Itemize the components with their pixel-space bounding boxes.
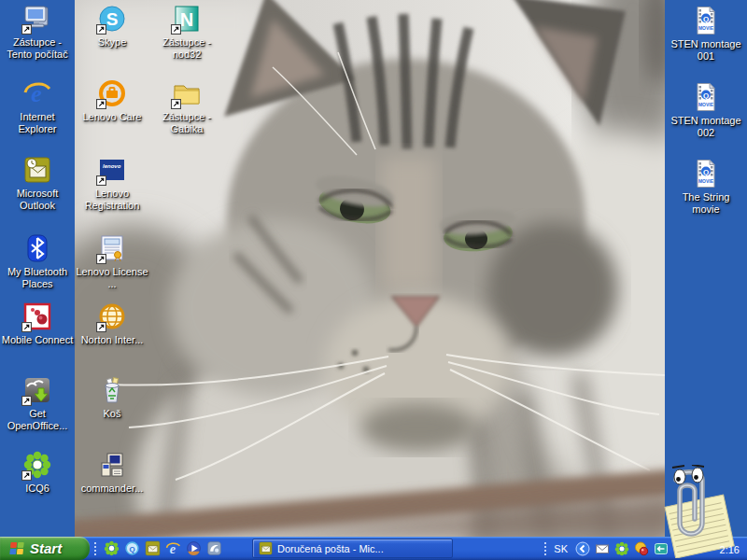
quicktime-movie-icon: Q MOVIE [691, 6, 721, 35]
desktop-icon-label: Koš [75, 408, 149, 420]
desktop-icon-sten-montage-002[interactable]: Q MOVIE STEN montage 002 [669, 82, 743, 140]
svg-text:Q: Q [703, 15, 709, 23]
svg-text:MOVIE: MOVIE [698, 25, 714, 31]
desktop-icon-commander[interactable]: commander... [75, 450, 149, 495]
desktop-icon-icq6[interactable]: ICQ6 [0, 450, 75, 495]
tray-drag-handle[interactable] [543, 541, 547, 556]
desktop-icon-skype[interactable]: S Skype [75, 4, 149, 49]
tray-new-mail[interactable] [594, 540, 610, 556]
svg-text:MOVIE: MOVIE [698, 178, 714, 184]
svg-text:Q: Q [129, 545, 134, 553]
windows-flag-icon [7, 540, 25, 556]
svg-text:MOVIE: MOVIE [698, 102, 714, 107]
desktop-icon-bluetooth-places[interactable]: My Bluetooth Places [0, 233, 75, 291]
desktop: Zástupce - Tento počítač e Internet Expl… [0, 0, 747, 560]
desktop-icon-nod32[interactable]: N Zástupce - nod32 [149, 4, 224, 62]
quicktime-icon: Q [124, 540, 140, 556]
desktop-icon-label: Lenovo Registration [75, 188, 149, 213]
outlook-icon [22, 155, 52, 185]
shortcut-arrow-icon [21, 322, 32, 332]
desktop-icon-label: The String movie [669, 191, 743, 217]
shortcut-arrow-icon [96, 99, 106, 109]
svg-text:Q: Q [703, 91, 709, 100]
taskbar-window-button-dorucena-posta[interactable]: Doručená pošta - Mic... [252, 539, 453, 558]
desktop-icon-label: Get OpenOffice... [0, 408, 75, 433]
desktop-icon-the-string-movie[interactable]: Q MOVIE The String movie [669, 159, 743, 217]
desktop-icon-get-openoffice[interactable]: Get OpenOffice... [0, 375, 75, 433]
bluetooth-icon [22, 233, 52, 263]
quicklaunch-msn-explorer[interactable] [204, 539, 224, 559]
desktop-icon-label: Lenovo License ... [75, 266, 149, 291]
recycle-bin-icon [97, 375, 127, 405]
desktop-icon-sten-montage-001[interactable]: Q MOVIE STEN montage 001 [669, 6, 743, 63]
desktop-icon-label: STEN montage 002 [669, 115, 743, 140]
desktop-icon-label: Skype [75, 36, 149, 49]
desktop-icon-microsoft-outlook[interactable]: Microsoft Outlook [0, 155, 75, 213]
quicktime-movie-icon: Q MOVIE [691, 159, 721, 189]
shortcut-arrow-icon [171, 24, 181, 35]
start-button[interactable]: Start [0, 537, 90, 560]
outlook-icon [259, 541, 273, 555]
shortcut-arrow-icon [96, 322, 106, 332]
tray-collapse-chevron[interactable] [574, 540, 590, 556]
new-mail-icon [595, 541, 610, 556]
quicklaunch-media-player[interactable] [183, 539, 204, 559]
quicklaunch-quicktime[interactable]: Q [121, 539, 142, 559]
desktop-icon-label: STEN montage 001 [669, 38, 743, 63]
tray-icq[interactable] [613, 540, 629, 556]
msn-explorer-icon [206, 540, 222, 556]
shortcut-arrow-icon [21, 470, 32, 481]
desktop-icon-label: Zástupce - Tento počítač [0, 36, 75, 62]
quicktime-movie-icon: Q MOVIE [691, 82, 721, 112]
desktop-icon-kos-recycle-bin[interactable]: Koš [75, 375, 149, 420]
svg-text:S: S [106, 9, 119, 29]
desktop-icon-label: Microsoft Outlook [0, 188, 75, 213]
window-button-label: Doručená pošta - Mic... [277, 543, 384, 554]
desktop-icon-mobile-connect[interactable]: Mobile Connect [0, 301, 75, 346]
shortcut-arrow-icon [96, 254, 106, 264]
desktop-icon-label: Mobile Connect [0, 334, 75, 346]
quicklaunch-internet-explorer[interactable]: e [162, 539, 183, 559]
language-indicator[interactable]: SK [554, 543, 568, 554]
desktop-icon-lenovo-care[interactable]: Lenovo Care [75, 78, 149, 123]
quicklaunch-outlook[interactable] [142, 539, 162, 559]
internet-explorer-icon: e [22, 78, 52, 108]
shortcut-arrow-icon [21, 396, 32, 406]
taskbar: Start Q e [0, 537, 747, 560]
svg-text:N: N [180, 9, 193, 30]
desktop-icon-internet-explorer[interactable]: e Internet Explorer [0, 78, 75, 136]
svg-text:Q: Q [703, 168, 709, 176]
collapse-chevron-icon [575, 541, 590, 556]
desktop-icon-label: Zástupce - nod32 [149, 36, 224, 62]
desktop-icon-lenovo-license[interactable]: Lenovo License ... [75, 233, 149, 291]
quicklaunch-icq[interactable] [101, 539, 121, 559]
desktop-icon-gabika-folder[interactable]: Zástupce - Gabika [149, 78, 224, 136]
shortcut-arrow-icon [96, 24, 106, 35]
desktop-icon-label: Lenovo Care [75, 111, 149, 123]
internet-explorer-icon: e [165, 540, 181, 556]
desktop-icon-label: commander... [75, 483, 149, 495]
outlook-icon [145, 540, 161, 556]
shortcut-arrow-icon [171, 99, 181, 109]
start-label: Start [30, 540, 62, 556]
icq-flower-icon [614, 541, 629, 556]
desktop-icon-label: ICQ6 [0, 483, 75, 495]
desktop-icon-label: My Bluetooth Places [0, 266, 75, 291]
quicklaunch-drag-handle[interactable] [93, 541, 97, 556]
shortcut-arrow-icon [96, 175, 106, 186]
desktop-icon-lenovo-registration[interactable]: lenovo Lenovo Registration [75, 155, 149, 213]
shortcut-arrow-icon [21, 24, 32, 35]
desktop-icon-label: Norton Inter... [75, 334, 149, 346]
desktop-icon-label: Zástupce - Gabika [149, 111, 224, 136]
svg-text:lenovo: lenovo [103, 163, 121, 169]
tray-clock[interactable]: 2:16 [720, 544, 740, 555]
installer-pc-icon [97, 450, 127, 480]
desktop-icon-norton[interactable]: Norton Inter... [75, 301, 149, 346]
desktop-icon-tento-pocitac[interactable]: Zástupce - Tento počítač [0, 4, 75, 62]
media-player-icon [186, 540, 202, 556]
icq-flower-icon [104, 540, 120, 556]
desktop-icon-label: Internet Explorer [0, 111, 75, 136]
